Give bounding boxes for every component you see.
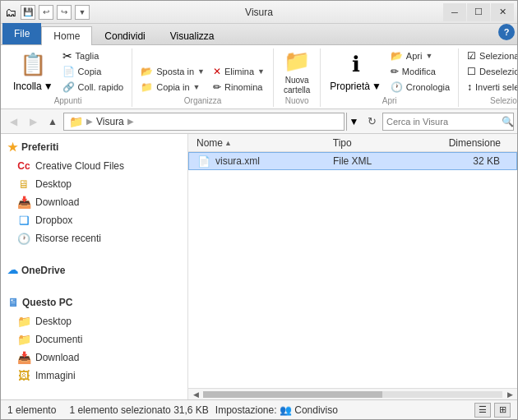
sidebar-item-documenti[interactable]: 📁 Documenti <box>1 330 187 348</box>
tab-file[interactable]: File <box>2 23 41 44</box>
maximize-button[interactable]: ☐ <box>467 3 490 21</box>
sidebar-section-onedrive: ☁ OneDrive <box>1 257 187 283</box>
title-bar: 🗂 💾 ↩ ↪ ▼ Visura ─ ☐ ✕ <box>1 1 517 24</box>
nuova-cartella-btn[interactable]: 📁 Nuova cartella <box>279 48 315 95</box>
quick-redo-btn[interactable]: ↪ <box>57 5 72 20</box>
table-row[interactable]: 📄 visura.xml File XML 32 KB <box>188 152 517 170</box>
apri-label: Apri <box>382 96 397 107</box>
sidebar-item-creative-cloud[interactable]: Cc Creative Cloud Files <box>1 157 187 175</box>
col-sort-asc-icon: ▲ <box>224 139 232 147</box>
proprieta-bottom[interactable]: Proprietà ▼ <box>326 79 386 95</box>
desktop2-label: Desktop <box>35 316 72 327</box>
app-icon: 🗂 <box>4 6 17 19</box>
tab-visualizza[interactable]: Visualizza <box>158 26 227 45</box>
file-name-label: visura.xml <box>215 155 260 167</box>
col-header-size[interactable]: Dimensione <box>432 136 514 150</box>
immagini-label: Immagini <box>35 370 76 381</box>
divider-2 <box>1 283 187 289</box>
sidebar-item-risorse-recenti[interactable]: 🕐 Risorse recenti <box>1 229 187 247</box>
seleziona-tutto-btn[interactable]: ☑ Seleziona tutto <box>464 48 518 63</box>
inverti-selezione-btn[interactable]: ↕ Inverti selezione <box>464 80 518 95</box>
appunti-inner: 📋 Incolla ▼ ✂ Taglia 📄 Copia <box>9 48 127 95</box>
quick-undo-btn[interactable]: ↩ <box>39 5 53 20</box>
modifica-btn[interactable]: ✏ Modifica <box>387 64 453 79</box>
cut-btn[interactable]: ✂ Taglia <box>59 48 127 63</box>
quick-dropdown-btn[interactable]: ▼ <box>75 5 90 20</box>
hscroll-right-btn[interactable]: ▶ <box>504 389 516 400</box>
rinomina-btn[interactable]: ✏ Rinomina <box>210 80 268 95</box>
desktop-label: Desktop <box>35 178 72 190</box>
hscroll-left-btn[interactable]: ◀ <box>190 389 201 400</box>
col-name-label: Nome <box>197 137 223 149</box>
col-size-label: Dimensione <box>449 137 501 149</box>
nuova-cartella-icon: 📁 <box>284 48 310 74</box>
sidebar-item-download[interactable]: 📥 Download <box>1 193 187 211</box>
proprieta-label: Proprietà <box>330 81 370 92</box>
download-label: Download <box>35 196 79 208</box>
onedrive-label: OneDrive <box>21 265 65 276</box>
minimize-button[interactable]: ─ <box>443 3 466 21</box>
ribbon: File Home Condividi Visualizza ? 📋 Incol… <box>1 24 517 109</box>
col-header-name[interactable]: Nome ▲ <box>192 136 328 150</box>
search-box[interactable]: 🔍 <box>382 113 514 131</box>
ribbon-group-organizza: 📂 Sposta in ▼ 📁 Copia in ▼ ✕ Elimina ▼ <box>132 48 274 107</box>
proprieta-top[interactable]: ℹ <box>326 48 386 79</box>
up-button[interactable]: ▲ <box>44 113 62 131</box>
col-header-type[interactable]: Tipo <box>328 136 432 150</box>
documenti-folder-icon: 📁 <box>17 333 30 346</box>
hscroll-thumb[interactable] <box>203 391 382 398</box>
search-input[interactable] <box>386 117 500 127</box>
close-button[interactable]: ✕ <box>491 3 514 21</box>
col-type-label: Tipo <box>333 137 352 149</box>
back-button[interactable]: ◀ <box>4 113 22 131</box>
cronologia-icon: 🕐 <box>391 81 403 93</box>
deseleziona-tutto-btn[interactable]: ☐ Deseleziona tutto <box>464 64 518 79</box>
sidebar-item-download2[interactable]: 📥 Download <box>1 348 187 367</box>
file-list-body: 📄 visura.xml File XML 32 KB <box>188 152 517 388</box>
nuovo-inner: 📁 Nuova cartella <box>279 48 315 95</box>
organizza-col2: ✕ Elimina ▼ ✏ Rinomina <box>210 64 268 95</box>
desktop-folder-icon: 🖥 <box>17 178 30 191</box>
copia-in-btn[interactable]: 📁 Copia in ▼ <box>137 80 208 95</box>
quick-save-btn[interactable]: 💾 <box>21 5 35 20</box>
help-button[interactable]: ? <box>498 24 515 40</box>
sidebar: ★ Preferiti Cc Creative Cloud Files 🖥 De… <box>1 134 188 399</box>
hscroll-track[interactable] <box>203 391 502 398</box>
address-path[interactable]: 📁 ▶ Visura ▶ <box>63 113 345 131</box>
status-count: 1 elemento <box>7 404 56 416</box>
sposta-btn[interactable]: 📂 Sposta in ▼ <box>137 64 208 79</box>
sidebar-item-desktop2[interactable]: 📁 Desktop <box>1 312 187 330</box>
copy-cut-col: ✂ Taglia 📄 Copia 🔗 Coll. rapido <box>59 48 127 95</box>
elimina-btn[interactable]: ✕ Elimina ▼ <box>210 64 268 79</box>
sidebar-section-preferiti: ★ Preferiti Cc Creative Cloud Files 🖥 De… <box>1 134 187 251</box>
horizontal-scrollbar[interactable]: ◀ ▶ <box>188 388 517 399</box>
sidebar-item-immagini[interactable]: 🖼 Immagini <box>1 367 187 385</box>
apri-btn[interactable]: 📂 Apri ▼ <box>387 48 453 63</box>
address-dropdown-btn[interactable]: ▼ <box>346 113 361 131</box>
paste-bottom[interactable]: Incolla ▼ <box>9 79 58 95</box>
tab-home[interactable]: Home <box>41 26 92 45</box>
shortcut-icon: 🔗 <box>62 81 75 93</box>
sposta-icon: 📂 <box>141 66 153 77</box>
paste-top[interactable]: 📋 <box>9 48 58 79</box>
organizza-col1: 📂 Sposta in ▼ 📁 Copia in ▼ <box>137 64 208 95</box>
recents-icon: 🕐 <box>17 232 30 245</box>
refresh-button[interactable]: ↻ <box>363 113 381 131</box>
paste-split-btn[interactable]: 📋 Incolla ▼ <box>9 48 58 95</box>
forward-button[interactable]: ▶ <box>24 113 42 131</box>
view-controls: ☰ ⊞ <box>474 403 511 418</box>
copy-btn[interactable]: 📄 Copia <box>59 64 127 79</box>
shortcut-btn[interactable]: 🔗 Coll. rapido <box>59 80 127 95</box>
proprieta-split-btn[interactable]: ℹ Proprietà ▼ <box>326 48 386 95</box>
immagini-folder-icon: 🖼 <box>17 369 30 382</box>
apri-inner: ℹ Proprietà ▼ 📂 Apri ▼ ✏ Modifi <box>326 48 453 95</box>
cronologia-btn[interactable]: 🕐 Cronologia <box>387 80 453 95</box>
ribbon-tabs: File Home Condividi Visualizza ? <box>1 24 517 45</box>
sidebar-item-dropbox[interactable]: ❑ Dropbox <box>1 211 187 229</box>
seleziona-col: ☑ Seleziona tutto ☐ Deseleziona tutto ↕ … <box>464 48 518 95</box>
search-icon[interactable]: 🔍 <box>502 116 514 127</box>
sidebar-item-desktop[interactable]: 🖥 Desktop <box>1 175 187 193</box>
view-tiles-btn[interactable]: ⊞ <box>494 403 511 418</box>
tab-condividi[interactable]: Condividi <box>92 26 157 45</box>
view-details-btn[interactable]: ☰ <box>474 403 491 418</box>
